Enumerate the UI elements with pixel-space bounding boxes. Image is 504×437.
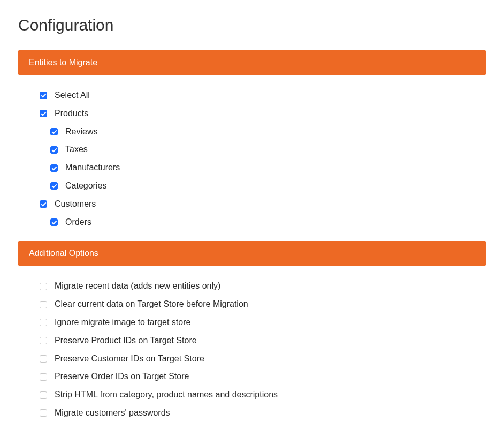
checkbox-taxes[interactable] bbox=[50, 146, 58, 154]
checkbox-row: Reviews bbox=[40, 126, 464, 138]
checkbox-preserve-product-ids[interactable] bbox=[40, 337, 47, 344]
checkbox-label: Manufacturers bbox=[65, 162, 120, 174]
checkbox-row: Migrate recent data (adds new entities o… bbox=[40, 281, 464, 292]
checkbox-customers[interactable] bbox=[40, 200, 47, 208]
checkbox-label: Ignore migrate image to target store bbox=[55, 317, 190, 328]
checkbox-label: Taxes bbox=[65, 144, 88, 155]
checkbox-label: Categories bbox=[65, 180, 106, 192]
checkbox-row: Strip HTML from category, product names … bbox=[40, 389, 464, 401]
panel-body-additional: Migrate recent data (adds new entities o… bbox=[18, 266, 486, 432]
checkbox-select-all[interactable] bbox=[40, 92, 47, 99]
checkbox-row: Ignore migrate image to target store bbox=[40, 317, 464, 328]
checkbox-row: Preserve Customer IDs on Target Store bbox=[40, 353, 464, 365]
checkbox-label: Preserve Order IDs on Target Store bbox=[55, 371, 189, 382]
checkbox-label: Strip HTML from category, product names … bbox=[55, 389, 278, 401]
checkbox-migrate-passwords[interactable] bbox=[40, 409, 47, 417]
checkbox-label: Orders bbox=[65, 217, 91, 228]
panel-header-additional: Additional Options bbox=[18, 241, 486, 266]
checkbox-row: Taxes bbox=[40, 144, 464, 155]
checkbox-row: Clear current data on Target Store befor… bbox=[40, 299, 464, 310]
checkbox-label: Preserve Product IDs on Target Store bbox=[55, 335, 197, 346]
checkbox-preserve-customer-ids[interactable] bbox=[40, 355, 47, 363]
checkbox-categories[interactable] bbox=[50, 182, 58, 190]
checkbox-products[interactable] bbox=[40, 110, 47, 117]
panel-body-entities: Select All Products Reviews Taxes Manufa… bbox=[18, 75, 486, 241]
checkbox-label: Clear current data on Target Store befor… bbox=[55, 299, 248, 310]
checkbox-row: Migrate customers' passwords bbox=[40, 408, 464, 419]
checkbox-row: Products bbox=[40, 108, 464, 119]
checkbox-label: Select All bbox=[55, 90, 90, 101]
checkbox-row: Preserve Order IDs on Target Store bbox=[40, 371, 464, 382]
checkbox-reviews[interactable] bbox=[50, 128, 58, 135]
checkbox-preserve-order-ids[interactable] bbox=[40, 373, 47, 381]
checkbox-ignore-image[interactable] bbox=[40, 319, 47, 326]
checkbox-label: Migrate customers' passwords bbox=[55, 408, 170, 419]
page-title: Configuration bbox=[18, 16, 486, 34]
checkbox-clear-data[interactable] bbox=[40, 301, 47, 308]
checkbox-strip-html[interactable] bbox=[40, 391, 47, 399]
checkbox-migrate-recent[interactable] bbox=[40, 283, 47, 290]
checkbox-manufacturers[interactable] bbox=[50, 164, 58, 172]
checkbox-orders[interactable] bbox=[50, 218, 58, 226]
checkbox-label: Products bbox=[55, 108, 88, 119]
checkbox-label: Preserve Customer IDs on Target Store bbox=[55, 353, 204, 365]
checkbox-row: Categories bbox=[40, 180, 464, 192]
checkbox-label: Reviews bbox=[65, 126, 97, 138]
checkbox-row: Customers bbox=[40, 199, 464, 210]
checkbox-row: Orders bbox=[40, 217, 464, 228]
checkbox-label: Customers bbox=[55, 199, 96, 210]
checkbox-row: Manufacturers bbox=[40, 162, 464, 174]
checkbox-label: Migrate recent data (adds new entities o… bbox=[55, 281, 220, 292]
checkbox-row: Preserve Product IDs on Target Store bbox=[40, 335, 464, 346]
checkbox-row: Select All bbox=[40, 90, 464, 101]
panel-header-entities: Entities to Migrate bbox=[18, 50, 486, 75]
